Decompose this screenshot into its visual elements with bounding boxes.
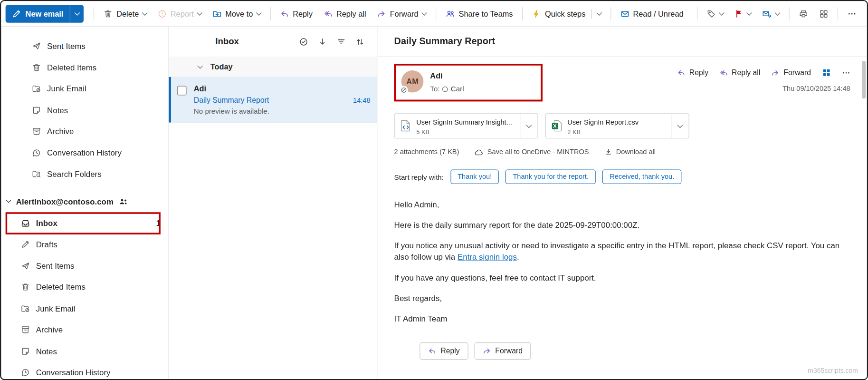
mail-item-checkbox[interactable]	[177, 86, 187, 96]
sidebar-item-archive[interactable]: Archive	[1, 121, 168, 142]
today-group-header[interactable]: Today	[169, 57, 377, 77]
recipient-name[interactable]: Carl	[451, 85, 464, 93]
message-reply-all-button[interactable]: Reply all	[719, 68, 760, 77]
suggested-reply-3[interactable]: Received, thank you.	[602, 170, 681, 184]
new-email-button[interactable]: New email	[6, 5, 70, 22]
reading-pane-body: AM Adi To: Carl	[378, 57, 867, 379]
sidebar-item-label: Conversation History	[47, 148, 122, 157]
sidebar-item-label: Archive	[47, 127, 74, 136]
sidebar-item-sent-items-2[interactable]: Sent Items	[1, 255, 168, 277]
sidebar-item-search-folders[interactable]: Search Folders	[1, 164, 168, 185]
suggested-replies-row: Start reply with: Thank you! Thank you f…	[394, 170, 850, 184]
chevron-down-icon	[775, 10, 781, 16]
sender-name[interactable]: Adi	[430, 71, 464, 80]
chevron-down-icon	[197, 10, 202, 16]
new-email-split-button: New email	[6, 5, 84, 22]
read-unread-button[interactable]: Read / Unread	[615, 5, 688, 22]
report-button[interactable]: Report	[153, 5, 207, 22]
sidebar-item-label: Sent Items	[47, 42, 86, 51]
sender-avatar[interactable]: AM	[401, 70, 424, 93]
lightning-icon	[532, 9, 541, 18]
download-icon	[604, 148, 612, 156]
save-to-onedrive-button[interactable]: Save all to OneDrive - MINTROS	[475, 148, 589, 156]
move-to-button[interactable]: Move to	[208, 5, 266, 22]
new-email-dropdown[interactable]	[70, 5, 84, 22]
attachments-meta-row: 2 attachments (7 KB) Save all to OneDriv…	[394, 148, 850, 156]
cloud-icon	[475, 148, 484, 156]
reply-all-button[interactable]: Reply all	[319, 5, 371, 22]
reply-button[interactable]: Reply	[275, 5, 317, 22]
attachment-dropdown[interactable]	[671, 114, 688, 138]
body-closing-1: Best regards,	[394, 292, 850, 304]
account-header[interactable]: AlertInbox@contoso.com	[1, 190, 168, 213]
report-icon	[158, 9, 167, 18]
sidebar-item-deleted-items[interactable]: Deleted Items	[1, 57, 168, 78]
quick-steps-button[interactable]: Quick steps	[527, 5, 606, 22]
attachment-dropdown[interactable]	[520, 114, 537, 138]
sidebar-item-label: Notes	[47, 106, 68, 115]
chevron-down-icon	[719, 10, 725, 16]
avatar-initials: AM	[406, 77, 418, 86]
sidebar-item-conversation-history[interactable]: Conversation History	[1, 142, 168, 164]
message-list-header: Inbox	[169, 27, 377, 57]
download-all-button[interactable]: Download all	[604, 148, 656, 156]
sort-order-icon[interactable]	[355, 37, 365, 46]
filter-icon[interactable]	[336, 37, 346, 46]
message-forward-button[interactable]: Forward	[772, 68, 811, 77]
attachment-csv-report[interactable]: User SignIn Report.csv 2 KB	[545, 113, 689, 139]
sort-down-icon[interactable]	[318, 37, 327, 46]
sidebar-item-archive-2[interactable]: Archive	[1, 319, 168, 341]
sidebar-item-label: Conversation History	[36, 368, 111, 377]
reply-icon	[677, 68, 685, 77]
sidebar-item-junk-email[interactable]: Junk Email	[1, 78, 168, 99]
sidebar-item-junk-email-2[interactable]: Junk Email	[1, 298, 168, 319]
tag-button[interactable]	[702, 5, 728, 22]
note-icon	[32, 106, 41, 115]
print-button[interactable]	[794, 5, 813, 22]
junk-folder-icon	[21, 304, 30, 313]
outlook-window: New email Delete Report Move to	[0, 0, 868, 380]
more-options-button[interactable]	[842, 5, 861, 22]
rules-button[interactable]	[757, 5, 784, 22]
send-icon	[21, 262, 30, 271]
archive-icon	[21, 325, 30, 334]
delete-button[interactable]: Delete	[99, 5, 152, 22]
sidebar-item-notes[interactable]: Notes	[1, 99, 168, 121]
apps-grid-icon[interactable]	[822, 68, 831, 77]
apps-button[interactable]	[814, 5, 833, 22]
forward-icon	[482, 347, 490, 355]
attachment-html-report[interactable]: User SignIn Summary Insight... 5 KB	[394, 113, 538, 139]
forward-button[interactable]: Forward	[372, 5, 431, 22]
select-icon[interactable]	[299, 37, 308, 46]
sidebar-item-label: Deleted Items	[36, 283, 86, 292]
footer-reply-button[interactable]: Reply	[420, 342, 468, 360]
sidebar-item-drafts[interactable]: Drafts	[1, 234, 168, 255]
suggested-reply-2[interactable]: Thank you for the report.	[506, 170, 596, 184]
message-more-options-button[interactable]	[842, 68, 850, 77]
mail-list-item-selected[interactable]: Adi Daily Summary Report 14:48 No previe…	[169, 77, 377, 123]
message-reply-button[interactable]: Reply	[677, 68, 708, 77]
attachments-row: User SignIn Summary Insight... 5 KB User…	[394, 113, 850, 139]
attachment-name: User SignIn Report.csv	[567, 118, 639, 126]
sidebar-item-conversation-history-2[interactable]: Conversation History	[1, 362, 168, 379]
entra-signin-logs-link[interactable]: Entra signin logs	[458, 253, 517, 262]
footer-forward-button[interactable]: Forward	[474, 342, 531, 360]
flag-button[interactable]	[730, 5, 756, 22]
to-label: To:	[430, 85, 439, 93]
people-icon	[119, 197, 128, 205]
selection-bar	[169, 77, 171, 123]
reading-pane-scrollbar[interactable]	[862, 61, 866, 98]
html-file-icon	[400, 120, 411, 132]
archive-icon	[32, 127, 41, 136]
body-paragraph-3: If you have any questions, feel free to …	[394, 272, 850, 284]
sidebar-item-notes-2[interactable]: Notes	[1, 341, 168, 362]
suggested-reply-1[interactable]: Thank you!	[450, 170, 499, 184]
sidebar-item-sent-items[interactable]: Sent Items	[1, 36, 168, 57]
toolbar-separator	[522, 7, 523, 20]
forward-icon	[377, 9, 386, 18]
sidebar-item-deleted-items-2[interactable]: Deleted Items	[1, 276, 168, 298]
sidebar-item-label: Sent Items	[36, 262, 75, 271]
reply-all-icon	[324, 9, 333, 18]
share-to-teams-button[interactable]: Share to Teams	[440, 5, 518, 22]
sidebar-item-inbox[interactable]: Inbox 1	[1, 213, 168, 234]
